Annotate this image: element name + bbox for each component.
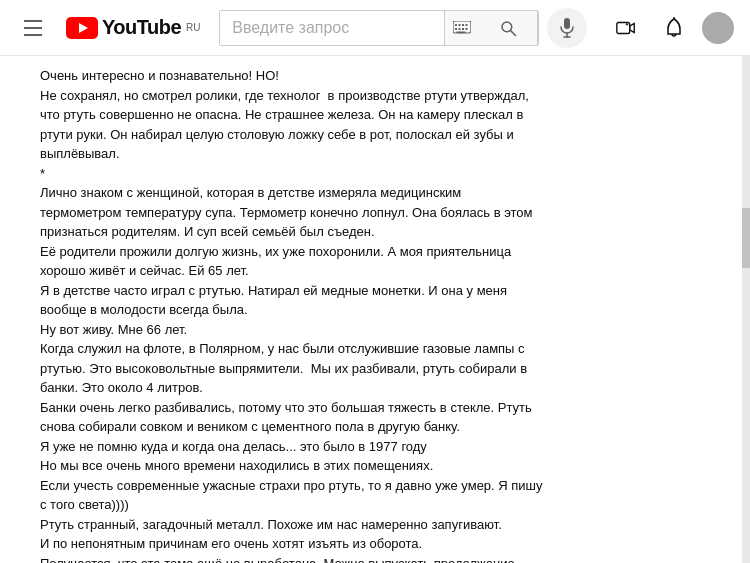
comment-text: Очень интересно и познавательно! НО! Не … <box>40 66 726 563</box>
header: YouTubeRU <box>0 0 750 56</box>
sidebar <box>0 56 30 563</box>
header-center <box>201 8 606 48</box>
svg-rect-14 <box>564 18 570 29</box>
create-button[interactable] <box>606 8 646 48</box>
keyboard-icon <box>453 21 471 35</box>
svg-rect-7 <box>455 28 457 30</box>
svg-rect-4 <box>458 24 460 26</box>
hamburger-line <box>24 27 42 29</box>
comment-area[interactable]: Очень интересно и познавательно! НО! Не … <box>30 56 742 563</box>
svg-rect-9 <box>462 28 464 30</box>
youtube-logo[interactable]: YouTubeRU <box>66 16 201 39</box>
header-right <box>606 8 734 48</box>
microphone-icon <box>559 18 575 38</box>
voice-search-button[interactable] <box>547 8 587 48</box>
svg-rect-3 <box>455 24 457 26</box>
hamburger-line <box>24 20 42 22</box>
svg-rect-10 <box>465 28 467 30</box>
scrollbar[interactable] <box>742 56 750 563</box>
create-icon <box>615 17 637 39</box>
svg-line-13 <box>510 30 515 35</box>
header-left: YouTubeRU <box>16 12 201 44</box>
search-icon <box>499 19 517 37</box>
notifications-button[interactable] <box>654 8 694 48</box>
search-input[interactable] <box>220 11 444 45</box>
svg-rect-2 <box>453 21 471 33</box>
svg-rect-5 <box>462 24 464 26</box>
svg-rect-8 <box>458 28 460 30</box>
youtube-logo-text: YouTube <box>102 16 181 39</box>
main-content: Очень интересно и познавательно! НО! Не … <box>0 56 750 563</box>
avatar[interactable] <box>702 12 734 44</box>
youtube-logo-icon <box>66 17 98 39</box>
search-bar <box>219 10 539 46</box>
bell-icon <box>664 17 684 39</box>
svg-rect-6 <box>465 24 467 26</box>
svg-rect-11 <box>456 31 465 33</box>
scrollbar-thumb[interactable] <box>742 208 750 268</box>
search-button[interactable] <box>478 10 538 46</box>
keyboard-button[interactable] <box>444 11 478 45</box>
hamburger-line <box>24 34 42 36</box>
youtube-country: RU <box>186 22 200 33</box>
menu-button[interactable] <box>16 12 50 44</box>
